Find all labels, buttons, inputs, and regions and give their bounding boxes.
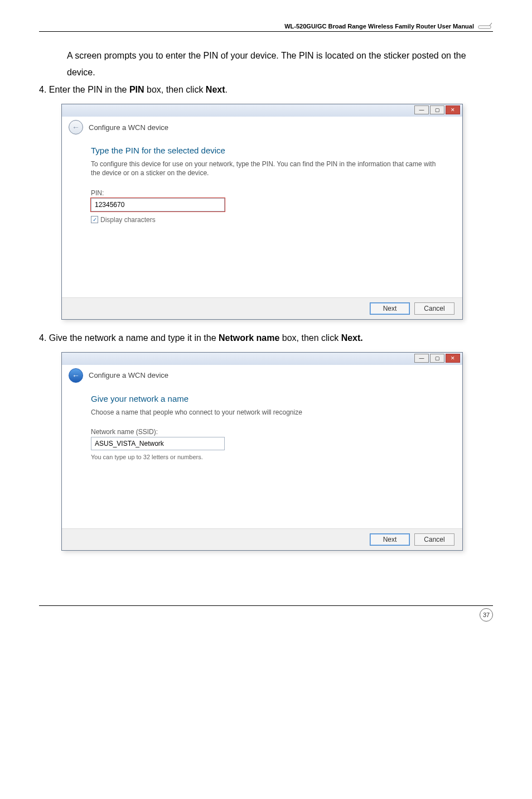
window-chrome: — ▢ ✕ (62, 104, 462, 117)
step2-text-a: Give the network a name and type it in t… (49, 333, 219, 343)
step-text-e: . (225, 85, 228, 94)
router-icon (477, 22, 493, 30)
svg-line-1 (490, 23, 492, 26)
step-4-network: 4. Give the network a name and type it i… (39, 330, 493, 346)
paragraph-1-text: A screen prompts you to enter the PIN of… (67, 51, 466, 77)
maximize-button[interactable]: ▢ (430, 105, 444, 114)
step2-text-c: box, then click (279, 333, 341, 343)
page-number: 37 (480, 608, 493, 622)
display-characters-checkbox[interactable]: ✓ (91, 216, 98, 223)
ssid-label: Network name (SSID): (91, 428, 442, 436)
close-button[interactable]: ✕ (446, 105, 460, 114)
maximize-button[interactable]: ▢ (430, 354, 444, 363)
close-button[interactable]: ✕ (446, 354, 460, 363)
step-text-c: box, then click (144, 85, 206, 94)
display-characters-label: Display characters (100, 216, 156, 224)
minimize-button[interactable]: — (414, 105, 429, 114)
back-arrow-icon: ← (72, 371, 80, 380)
cancel-button[interactable]: Cancel (414, 533, 454, 546)
ssid-helper: You can type up to 32 letters or numbers… (91, 454, 442, 460)
page-header: WL-520GU/GC Broad Range Wireless Family … (39, 22, 493, 32)
back-button[interactable]: ← (69, 120, 83, 134)
pin-bold: PIN (129, 85, 144, 94)
minimize-button[interactable]: — (414, 354, 429, 363)
window-title: Configure a WCN device (89, 371, 168, 379)
next-bold-2: Next. (341, 333, 363, 343)
back-button[interactable]: ← (69, 368, 83, 383)
back-arrow-icon: ← (72, 123, 80, 132)
next-bold: Next (206, 85, 225, 94)
window-title: Configure a WCN device (89, 123, 168, 132)
window-chrome: — ▢ ✕ (62, 353, 462, 365)
ssid-input[interactable] (91, 437, 225, 450)
header-title: WL-520GU/GC Broad Range Wireless Family … (284, 23, 474, 30)
dialog-heading: Type the PIN for the selected device (91, 146, 442, 155)
paragraph-1: A screen prompts you to enter the PIN of… (39, 47, 493, 81)
dialog-description: To configure this device for use on your… (91, 160, 442, 177)
pin-input[interactable] (91, 198, 225, 211)
dialog-description: Choose a name that people who connect to… (91, 408, 442, 417)
network-name-dialog: — ▢ ✕ ← Configure a WCN device Give your… (61, 352, 463, 551)
network-name-bold: Network name (219, 333, 279, 343)
page-footer: 37 (39, 605, 493, 622)
step-text-a: Enter the PIN in the (49, 85, 129, 94)
next-button[interactable]: Next (370, 302, 410, 315)
svg-rect-0 (478, 26, 491, 28)
pin-label: PIN: (91, 189, 442, 197)
dialog-heading: Give your network a name (91, 394, 442, 403)
pin-dialog: — ▢ ✕ ← Configure a WCN device Type the … (61, 104, 463, 319)
step-number-2: 4. (39, 333, 49, 343)
cancel-button[interactable]: Cancel (414, 302, 454, 315)
next-button[interactable]: Next (370, 533, 410, 546)
step-number: 4. (39, 85, 49, 94)
step-4-pin: 4. Enter the PIN in the PIN box, then cl… (39, 81, 493, 98)
